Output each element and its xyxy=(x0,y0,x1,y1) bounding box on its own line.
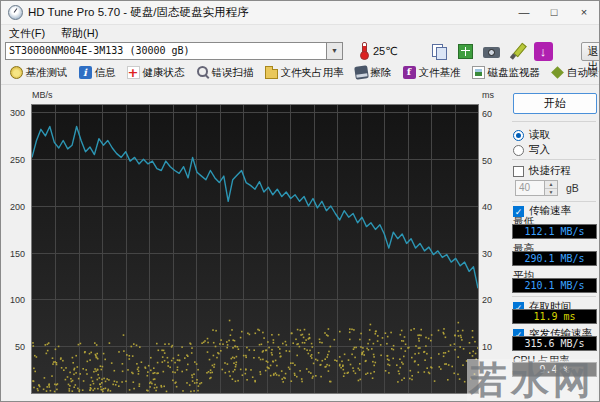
tab-health[interactable]: 健康状态 xyxy=(121,63,190,83)
tab-label: 健康状态 xyxy=(143,66,185,80)
aam-icon xyxy=(551,66,564,79)
access-time-value: 11.9 ms xyxy=(512,309,597,324)
app-window: HD Tune Pro 5.70 - 硬盘/固态硬盘实用程序 — □ × 文件(… xyxy=(0,0,600,402)
radio-read[interactable]: 读取 xyxy=(513,128,550,142)
radio-read-label: 读取 xyxy=(529,128,550,142)
drive-selector[interactable]: ST30000NM004E-3M133 (30000 gB) ▼ xyxy=(5,42,343,60)
tab-erase[interactable]: 擦除 xyxy=(349,63,397,83)
tab-label: 磁盘监视器 xyxy=(488,66,541,80)
content: MB/s ms 50100150200250300 102030405060 开… xyxy=(1,85,599,401)
left-axis-tick: 150 xyxy=(10,249,25,259)
start-button[interactable]: 开始 xyxy=(513,93,597,114)
minimize-button[interactable]: — xyxy=(509,1,539,24)
left-axis-tick: 250 xyxy=(10,155,25,165)
tab-aam[interactable]: 自动噪音管理 xyxy=(546,63,600,83)
right-axis-labels: 102030405060 xyxy=(482,104,504,394)
toolbar-icons xyxy=(430,42,553,61)
tab-folder-usage[interactable]: 文件夹占用率 xyxy=(259,63,349,83)
temperature-value: 25℃ xyxy=(373,45,398,58)
left-axis-labels: 50100150200250300 xyxy=(1,104,28,394)
brush-icon[interactable] xyxy=(508,42,527,61)
tab-bar: 基准测试信息健康状态错误扫描文件夹占用率擦除文件基准磁盘监视器自动噪音管理随机存… xyxy=(1,61,599,85)
eraser-icon xyxy=(354,65,369,80)
transfer-rate-label: 传输速率 xyxy=(529,204,571,218)
left-axis-tick: 200 xyxy=(10,202,25,212)
copy-icon[interactable] xyxy=(430,42,449,61)
folder-icon xyxy=(265,69,278,79)
right-axis-tick: 20 xyxy=(482,295,492,305)
info-icon xyxy=(79,66,92,79)
right-axis-tick: 50 xyxy=(482,156,492,166)
right-axis-tick: 40 xyxy=(482,202,492,212)
panel-divider xyxy=(512,201,596,202)
left-axis-unit: MB/s xyxy=(32,90,53,100)
export-results-icon[interactable] xyxy=(456,42,475,61)
quantity-stepper[interactable] xyxy=(545,180,558,196)
window-title: HD Tune Pro 5.70 - 硬盘/固态硬盘实用程序 xyxy=(28,5,248,20)
max-value: 290.1 MB/s xyxy=(512,251,597,266)
tab-info[interactable]: 信息 xyxy=(73,63,121,83)
radio-read-icon xyxy=(513,130,524,141)
app-icon xyxy=(8,5,23,20)
benchmark-plot xyxy=(31,104,479,394)
health-cross-icon xyxy=(127,66,140,79)
min-value: 112.1 MB/s xyxy=(512,224,597,239)
tab-label: 基准测试 xyxy=(26,66,68,80)
tab-label: 错误扫描 xyxy=(212,66,254,80)
panel-divider xyxy=(512,121,596,122)
menu-help[interactable]: 帮助(H) xyxy=(53,26,106,41)
file-icon xyxy=(403,66,416,79)
right-axis-tick: 60 xyxy=(482,109,492,119)
short-stroke-value[interactable]: 40 xyxy=(515,180,545,196)
radio-write[interactable]: 写入 xyxy=(513,143,550,157)
maximize-button[interactable]: □ xyxy=(539,1,569,24)
right-axis-unit: ms xyxy=(482,90,494,100)
tab-disk-monitor[interactable]: 磁盘监视器 xyxy=(466,63,546,83)
title-bar: HD Tune Pro 5.70 - 硬盘/固态硬盘实用程序 — □ × xyxy=(1,1,599,25)
radio-write-icon xyxy=(513,145,524,156)
tab-label: 信息 xyxy=(95,66,116,80)
burst-rate-value: 315.6 MB/s xyxy=(512,336,597,351)
left-axis-tick: 100 xyxy=(10,295,25,305)
menu-file[interactable]: 文件(F) xyxy=(1,26,53,41)
drive-name: ST30000NM004E-3M133 (30000 gB) xyxy=(5,42,327,60)
avg-value: 210.1 MB/s xyxy=(512,278,597,293)
short-stroke-checkbox[interactable]: 快捷行程 xyxy=(513,164,571,178)
monitor-image-icon xyxy=(472,66,485,79)
benchmark-panel: 开始 读取 写入 快捷行程 40 gB xyxy=(507,85,599,401)
chevron-down-icon[interactable]: ▼ xyxy=(327,42,343,60)
tab-label: 文件夹占用率 xyxy=(281,66,344,80)
left-axis-tick: 300 xyxy=(10,108,25,118)
short-stroke-size: 40 gB xyxy=(515,180,579,196)
gauge-icon xyxy=(10,66,23,79)
menu-bar: 文件(F) 帮助(H) xyxy=(1,25,599,41)
tab-label: 自动噪音管理 xyxy=(567,66,600,80)
tab-file-benchmark[interactable]: 文件基准 xyxy=(397,63,466,83)
panel-divider xyxy=(512,159,596,160)
panel-divider xyxy=(512,296,596,297)
checkbox-unchecked-icon xyxy=(513,166,524,177)
window-controls: — □ × xyxy=(509,1,599,24)
left-axis-tick: 50 xyxy=(15,342,25,352)
exit-button[interactable]: 退出 xyxy=(581,42,600,61)
radio-write-label: 写入 xyxy=(529,143,550,157)
camera-icon[interactable] xyxy=(482,42,501,61)
short-stroke-unit: gB xyxy=(566,182,579,194)
thermometer-icon xyxy=(360,42,369,60)
right-axis-tick: 30 xyxy=(482,249,492,259)
right-axis-tick: 10 xyxy=(482,342,492,352)
close-button[interactable]: × xyxy=(569,1,599,24)
download-icon[interactable] xyxy=(534,42,553,61)
tab-label: 文件基准 xyxy=(419,66,461,80)
magnifier-icon xyxy=(196,66,209,79)
watermark: 若水网 xyxy=(467,359,597,401)
tab-benchmark[interactable]: 基准测试 xyxy=(4,63,73,83)
tab-error-scan[interactable]: 错误扫描 xyxy=(190,63,259,83)
tab-label: 擦除 xyxy=(371,66,392,80)
toolbar: ST30000NM004E-3M133 (30000 gB) ▼ 25℃ 退出 xyxy=(1,41,599,61)
short-stroke-label: 快捷行程 xyxy=(529,164,571,178)
